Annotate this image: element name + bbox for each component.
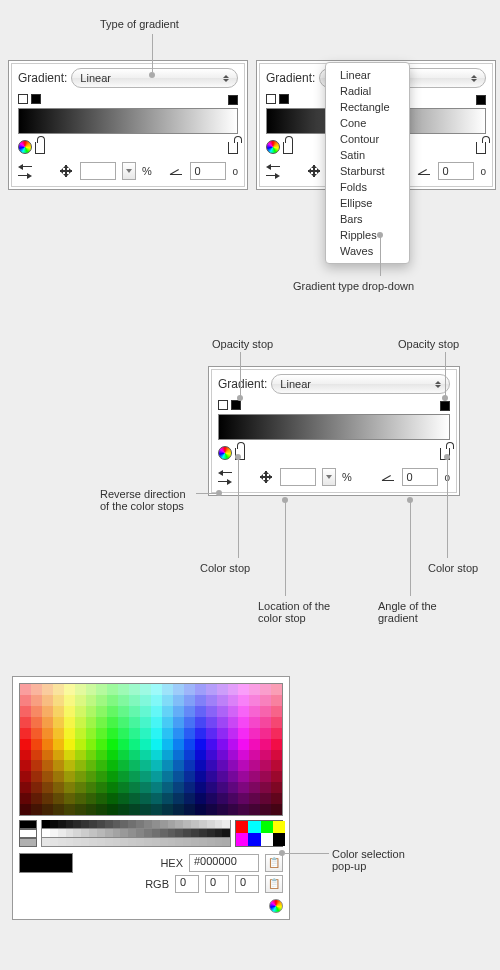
move-icon[interactable] — [306, 163, 322, 179]
color-wheel-button[interactable] — [269, 899, 283, 913]
white-swatch[interactable] — [19, 829, 37, 838]
degree-label: o — [232, 166, 238, 177]
dropdown-item[interactable]: Radial — [326, 83, 409, 99]
color-wheel-icon[interactable] — [266, 140, 280, 154]
reverse-gradient-icon[interactable] — [218, 470, 232, 484]
opacity-stop-icon[interactable] — [18, 94, 28, 104]
gradient-label: Gradient: — [218, 377, 267, 391]
color-stop-left-group — [218, 446, 245, 462]
color-wheel-icon[interactable] — [218, 446, 232, 460]
leader-dot — [282, 497, 288, 503]
leader-dot — [444, 454, 450, 460]
controls-row: % 0 o — [218, 468, 450, 486]
picker-footer — [19, 899, 283, 913]
chevron-updown-icon — [435, 378, 443, 390]
gradient-type-value: Linear — [280, 378, 311, 390]
r-input[interactable]: 0 — [175, 875, 199, 893]
grayscale-row[interactable] — [41, 820, 231, 829]
opacity-stop-marker-icon[interactable] — [476, 95, 486, 105]
location-stepper[interactable] — [122, 162, 136, 180]
callout-angle-of-gradient: Angle of the gradient — [378, 600, 448, 624]
opacity-stop-marker-icon[interactable] — [231, 400, 241, 410]
leader-dot — [442, 395, 448, 401]
dropdown-item[interactable]: Bars — [326, 211, 409, 227]
panel-inner: Gradient: Linear — [211, 369, 457, 493]
percent-label: % — [342, 471, 352, 483]
leader-line — [285, 500, 286, 596]
lock-open-icon[interactable] — [476, 142, 486, 154]
picker-inner: HEX #000000 📋 RGB 0 0 0 📋 — [13, 677, 289, 919]
gradient-type-select[interactable]: Linear — [271, 374, 450, 394]
opacity-stop-icon[interactable] — [266, 94, 276, 104]
lock-icon[interactable] — [283, 142, 293, 154]
controls-row: % 0 o — [18, 162, 238, 180]
dropdown-item[interactable]: Folds — [326, 179, 409, 195]
leader-dot — [377, 232, 383, 238]
dropdown-item[interactable]: Cone — [326, 115, 409, 131]
dropdown-item[interactable]: Ellipse — [326, 195, 409, 211]
gray-swatch[interactable] — [19, 838, 37, 847]
gradient-type-select[interactable]: Linear — [71, 68, 238, 88]
gradient-panel-closed: Gradient: Linear — [8, 60, 248, 190]
callout-opacity-stop-left: Opacity stop — [212, 338, 273, 350]
leader-line — [238, 458, 239, 558]
leader-dot — [407, 497, 413, 503]
color-stop-row — [218, 446, 450, 462]
callout-gradient-type-dropdown: Gradient type drop-down — [293, 280, 414, 292]
grayscale-row[interactable] — [41, 829, 231, 838]
grayscale-row[interactable] — [41, 838, 231, 847]
gradient-type-value: Linear — [80, 72, 111, 84]
color-picker-panel: HEX #000000 📋 RGB 0 0 0 📋 — [12, 676, 290, 920]
dropdown-item[interactable]: Waves — [326, 243, 409, 259]
gradient-preview[interactable] — [18, 108, 238, 134]
dropdown-item[interactable]: Contour — [326, 131, 409, 147]
black-swatch[interactable] — [19, 820, 37, 829]
b-input[interactable]: 0 — [235, 875, 259, 893]
opacity-stop-marker-icon[interactable] — [31, 94, 41, 104]
gradient-panel-annotated: Gradient: Linear — [208, 366, 460, 496]
move-icon[interactable] — [258, 469, 274, 485]
color-stop-left-group — [266, 140, 293, 156]
callout-reverse-direction: Reverse direction of the color stops — [100, 488, 195, 512]
color-stop-row — [18, 140, 238, 156]
g-input[interactable]: 0 — [205, 875, 229, 893]
opacity-stop-icon[interactable] — [218, 400, 228, 410]
move-icon[interactable] — [58, 163, 74, 179]
hex-input[interactable]: #000000 — [189, 854, 259, 872]
color-swatch-grid[interactable] — [19, 683, 283, 816]
gradient-preview[interactable] — [218, 414, 450, 440]
gradient-type-dropdown[interactable]: LinearRadialRectangleConeContourSatinSta… — [325, 62, 410, 264]
lock-icon[interactable] — [35, 142, 45, 154]
opacity-stop-marker-icon[interactable] — [440, 401, 450, 411]
gradient-type-row: Gradient: Linear — [18, 68, 238, 88]
gradient-label: Gradient: — [18, 71, 67, 85]
location-stepper[interactable] — [322, 468, 336, 486]
reverse-gradient-icon[interactable] — [266, 164, 280, 178]
panel-inner: Gradient: Linear — [11, 63, 245, 187]
angle-input[interactable]: 0 — [190, 162, 226, 180]
angle-input[interactable]: 0 — [402, 468, 438, 486]
dropdown-item[interactable]: Rectangle — [326, 99, 409, 115]
dropdown-item[interactable]: Satin — [326, 147, 409, 163]
callout-type-of-gradient: Type of gradient — [100, 18, 179, 30]
copy-hex-button[interactable]: 📋 — [265, 854, 283, 872]
dropdown-item[interactable]: Starburst — [326, 163, 409, 179]
basic-colors-grid[interactable] — [235, 820, 283, 847]
location-input[interactable] — [80, 162, 116, 180]
lock-open-icon[interactable] — [228, 142, 238, 154]
opacity-stop-marker-icon[interactable] — [228, 95, 238, 105]
leader-line — [447, 458, 448, 558]
percent-label: % — [142, 165, 152, 177]
location-input[interactable] — [280, 468, 316, 486]
angle-input[interactable]: 0 — [438, 162, 474, 180]
leader-line — [152, 34, 153, 72]
opacity-stop-marker-icon[interactable] — [279, 94, 289, 104]
copy-rgb-button[interactable]: 📋 — [265, 875, 283, 893]
dropdown-item[interactable]: Linear — [326, 67, 409, 83]
dropdown-item[interactable]: Ripples — [326, 227, 409, 243]
leader-line — [285, 853, 329, 854]
reverse-gradient-icon[interactable] — [18, 164, 32, 178]
hex-label: HEX — [151, 857, 183, 869]
color-wheel-icon[interactable] — [18, 140, 32, 154]
current-color-swatch — [19, 853, 73, 873]
